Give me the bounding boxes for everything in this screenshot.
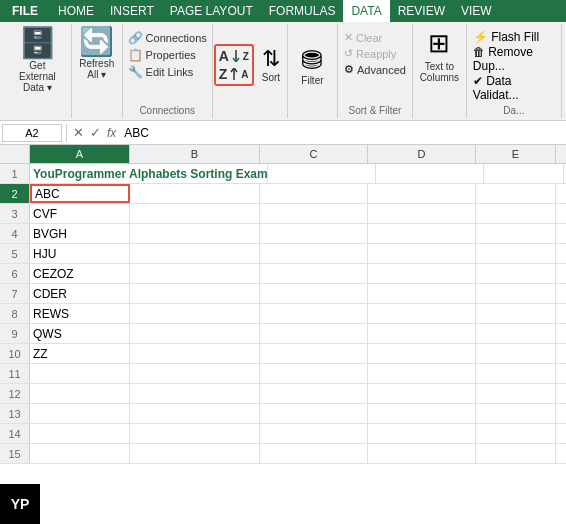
row-num-1[interactable]: 1	[0, 164, 30, 183]
cell-d11[interactable]	[368, 364, 476, 383]
cell-c9[interactable]	[260, 324, 368, 343]
flash-fill-button[interactable]: ⚡ Flash Fill	[473, 30, 539, 44]
data-validat-button[interactable]: ✔ Data Validat...	[473, 74, 555, 102]
remove-dup-button[interactable]: 🗑 Remove Dup...	[473, 45, 555, 73]
cell-e1[interactable]	[484, 164, 564, 183]
get-external-button[interactable]: 🗄️ Get ExternalData ▾	[10, 26, 65, 95]
advanced-button[interactable]: ⚙ Advanced	[342, 62, 408, 77]
cell-b9[interactable]	[130, 324, 260, 343]
cell-b5[interactable]	[130, 244, 260, 263]
cell-a14[interactable]	[30, 424, 130, 443]
cell-e3[interactable]	[476, 204, 556, 223]
cell-d4[interactable]	[368, 224, 476, 243]
cell-b8[interactable]	[130, 304, 260, 323]
row-num-15[interactable]: 15	[0, 444, 30, 463]
cell-d6[interactable]	[368, 264, 476, 283]
col-header-e[interactable]: E	[476, 145, 556, 163]
cell-c2[interactable]	[260, 184, 368, 203]
cell-b7[interactable]	[130, 284, 260, 303]
cell-a13[interactable]	[30, 404, 130, 423]
properties-button[interactable]: 📋 Properties	[126, 47, 198, 63]
row-num-5[interactable]: 5	[0, 244, 30, 263]
menu-insert[interactable]: INSERT	[102, 0, 162, 22]
cell-d3[interactable]	[368, 204, 476, 223]
cell-c5[interactable]	[260, 244, 368, 263]
cell-b2[interactable]	[130, 184, 260, 203]
connections-button[interactable]: 🔗 Connections	[126, 30, 209, 46]
cell-e7[interactable]	[476, 284, 556, 303]
cell-a4[interactable]: BVGH	[30, 224, 130, 243]
cell-d8[interactable]	[368, 304, 476, 323]
cell-c11[interactable]	[260, 364, 368, 383]
cell-e13[interactable]	[476, 404, 556, 423]
cell-e12[interactable]	[476, 384, 556, 403]
cell-a3[interactable]: CVF	[30, 204, 130, 223]
cell-e14[interactable]	[476, 424, 556, 443]
row-num-7[interactable]: 7	[0, 284, 30, 303]
edit-links-button[interactable]: 🔧 Edit Links	[126, 64, 196, 80]
cell-e9[interactable]	[476, 324, 556, 343]
cell-c4[interactable]	[260, 224, 368, 243]
cell-e4[interactable]	[476, 224, 556, 243]
cell-b14[interactable]	[130, 424, 260, 443]
cell-a2[interactable]: ABC	[30, 184, 130, 203]
row-num-11[interactable]: 11	[0, 364, 30, 383]
cell-a11[interactable]	[30, 364, 130, 383]
confirm-formula-icon[interactable]: ✓	[88, 125, 103, 140]
clear-button[interactable]: ✕ Clear	[342, 30, 384, 45]
menu-page-layout[interactable]: PAGE LAYOUT	[162, 0, 261, 22]
row-num-3[interactable]: 3	[0, 204, 30, 223]
cell-e15[interactable]	[476, 444, 556, 463]
cell-a15[interactable]	[30, 444, 130, 463]
cell-c15[interactable]	[260, 444, 368, 463]
cell-d15[interactable]	[368, 444, 476, 463]
cell-d14[interactable]	[368, 424, 476, 443]
cell-c14[interactable]	[260, 424, 368, 443]
cell-c10[interactable]	[260, 344, 368, 363]
col-header-c[interactable]: C	[260, 145, 368, 163]
cell-c8[interactable]	[260, 304, 368, 323]
menu-home[interactable]: HOME	[50, 0, 102, 22]
cell-d2[interactable]	[368, 184, 476, 203]
cell-e2[interactable]	[476, 184, 556, 203]
cell-b6[interactable]	[130, 264, 260, 283]
cell-e10[interactable]	[476, 344, 556, 363]
cell-c6[interactable]	[260, 264, 368, 283]
refresh-button[interactable]: 🔄 RefreshAll ▾	[75, 26, 119, 82]
row-num-10[interactable]: 10	[0, 344, 30, 363]
sort-button[interactable]: ⇅ Sort	[256, 46, 286, 85]
cell-d10[interactable]	[368, 344, 476, 363]
cell-d9[interactable]	[368, 324, 476, 343]
cell-e8[interactable]	[476, 304, 556, 323]
cell-b12[interactable]	[130, 384, 260, 403]
cell-b13[interactable]	[130, 404, 260, 423]
menu-view[interactable]: VIEW	[453, 0, 500, 22]
menu-review[interactable]: REVIEW	[390, 0, 453, 22]
cell-a7[interactable]: CDER	[30, 284, 130, 303]
cell-d13[interactable]	[368, 404, 476, 423]
cell-d1[interactable]	[376, 164, 484, 183]
menu-file[interactable]: FILE	[0, 0, 50, 22]
row-num-12[interactable]: 12	[0, 384, 30, 403]
cell-c1[interactable]	[268, 164, 376, 183]
cell-a5[interactable]: HJU	[30, 244, 130, 263]
row-num-4[interactable]: 4	[0, 224, 30, 243]
row-num-8[interactable]: 8	[0, 304, 30, 323]
sort-za-button[interactable]: Z A	[217, 65, 251, 83]
row-num-9[interactable]: 9	[0, 324, 30, 343]
cell-c3[interactable]	[260, 204, 368, 223]
cell-a8[interactable]: REWS	[30, 304, 130, 323]
cell-b15[interactable]	[130, 444, 260, 463]
cell-c12[interactable]	[260, 384, 368, 403]
row-num-14[interactable]: 14	[0, 424, 30, 443]
cancel-formula-icon[interactable]: ✕	[71, 125, 86, 140]
cell-e5[interactable]	[476, 244, 556, 263]
cell-e6[interactable]	[476, 264, 556, 283]
row-num-13[interactable]: 13	[0, 404, 30, 423]
sort-az-button[interactable]: A Z	[217, 47, 251, 65]
cell-a6[interactable]: CEZOZ	[30, 264, 130, 283]
cell-d12[interactable]	[368, 384, 476, 403]
cell-b10[interactable]	[130, 344, 260, 363]
cell-b4[interactable]	[130, 224, 260, 243]
cell-a9[interactable]: QWS	[30, 324, 130, 343]
